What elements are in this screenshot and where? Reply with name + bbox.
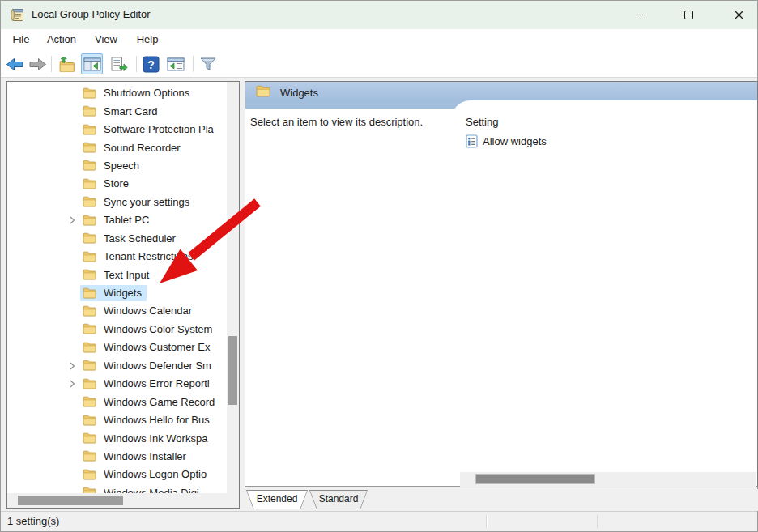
folder-icon (83, 396, 96, 407)
forward-arrow-icon (28, 57, 47, 71)
help-button[interactable]: ? (140, 53, 162, 74)
toolbar-separator (193, 56, 194, 72)
minimize-button[interactable] (623, 1, 660, 29)
svg-text:?: ? (147, 57, 155, 70)
setting-item-label: Allow widgets (483, 135, 547, 147)
policy-setting-icon (466, 134, 478, 148)
tree-item-label: Windows Error Reporti (104, 377, 210, 389)
list-horizontal-scrollbar-thumb[interactable] (475, 474, 595, 484)
tree-item[interactable]: Store (7, 175, 226, 193)
tree-item[interactable]: Sync your settings (7, 194, 226, 211)
tree-item-label: Sound Recorder (104, 142, 181, 154)
tree-item[interactable]: Tablet PC (7, 211, 226, 229)
menu-action[interactable]: Action (43, 29, 80, 50)
tree-item[interactable]: Smart Card (7, 102, 226, 120)
maximize-button[interactable] (670, 1, 707, 29)
folder-icon (83, 269, 96, 280)
tree-horizontal-scrollbar[interactable] (7, 493, 239, 508)
show-action-pane-button[interactable] (164, 53, 186, 74)
menu-help[interactable]: Help (132, 29, 163, 50)
toolbar: ? (1, 50, 757, 78)
tree-item[interactable]: Windows Game Record (7, 393, 226, 411)
expand-chevron-icon[interactable] (64, 360, 80, 372)
tree-item-label: Windows Customer Ex (104, 341, 210, 353)
tree-item[interactable]: Windows Defender Sm (7, 357, 226, 375)
tab-extended[interactable]: Extended (246, 490, 308, 509)
tree-item[interactable]: Windows Calendar (7, 302, 226, 320)
tree-item[interactable]: Windows Hello for Bus (7, 411, 226, 429)
view-tab-strip: Extended Standard (245, 489, 758, 511)
setting-column-header[interactable]: Setting (466, 116, 498, 128)
tree-item[interactable]: Task Scheduler (7, 230, 226, 248)
action-pane-icon (167, 57, 185, 71)
filter-button[interactable] (197, 53, 219, 74)
tree-vertical-scrollbar[interactable] (227, 82, 239, 493)
tree-item[interactable]: Speech (7, 157, 226, 175)
tree-vertical-scrollbar-thumb[interactable] (228, 336, 237, 405)
folder-icon (83, 105, 96, 117)
tree-item[interactable]: Text Input (7, 266, 226, 283)
tree-item-label: Windows Media Digi (104, 487, 199, 493)
tree-item[interactable]: Windows Ink Workspa (7, 429, 226, 447)
folder-icon (83, 232, 96, 244)
folder-icon (83, 287, 96, 299)
tree-item[interactable]: Windows Customer Ex (7, 338, 226, 356)
tree-item[interactable]: Windows Color System (7, 321, 226, 338)
status-text: 1 setting(s) (7, 515, 59, 527)
folder-up-icon (57, 57, 75, 72)
folder-icon (83, 342, 96, 353)
folder-icon (83, 251, 96, 262)
tree-item[interactable]: Windows Error Reporti (7, 375, 226, 393)
close-button[interactable] (718, 1, 758, 29)
tree-item-label: Windows Hello for Bus (104, 414, 210, 426)
console-tree-icon (83, 57, 101, 71)
console-tree-panel: Shutdown Options Smart Card Software Pro… (6, 81, 240, 509)
tree-item-label: Shutdown Options (104, 87, 190, 99)
folder-icon (256, 85, 270, 97)
minimize-icon (637, 15, 646, 15)
tree-item[interactable]: Sound Recorder (7, 138, 226, 156)
folder-icon (83, 160, 96, 171)
close-icon (734, 10, 744, 20)
filter-icon (199, 57, 217, 71)
tree-item-label: Windows Installer (104, 450, 186, 462)
window-title: Local Group Policy Editor (32, 8, 151, 20)
up-one-level-button[interactable] (55, 53, 77, 74)
tree-item[interactable]: Windows Installer (7, 448, 226, 466)
tree-item[interactable]: Windows Media Digi (7, 484, 226, 493)
menu-bar: File Action View Help (1, 29, 757, 50)
tree-item-label: Windows Color System (104, 323, 212, 335)
show-console-tree-button[interactable] (81, 53, 103, 74)
status-separator (486, 515, 487, 528)
menu-view[interactable]: View (90, 29, 122, 50)
tree-item-label: Tenant Restrictions (104, 250, 194, 262)
tree-horizontal-scrollbar-thumb[interactable] (18, 496, 123, 505)
expand-chevron-icon[interactable] (64, 378, 80, 389)
tree-item-label: Windows Game Record (104, 396, 215, 408)
expand-chevron-icon[interactable] (64, 215, 80, 226)
tree-item-label: Store (104, 177, 129, 189)
export-list-icon (110, 57, 128, 72)
header-band (245, 82, 757, 100)
folder-icon (83, 415, 96, 426)
tree-item[interactable]: Tenant Restrictions (7, 248, 226, 266)
folder-icon (83, 469, 96, 480)
list-horizontal-scrollbar[interactable] (460, 472, 756, 487)
toolbar-separator (51, 56, 52, 72)
tree-item[interactable]: Shutdown Options (7, 84, 226, 102)
tree-item[interactable]: Windows Logon Optio (7, 466, 226, 483)
tree-item-label: Tablet PC (104, 214, 149, 226)
tree-item[interactable]: Software Protection Pla (7, 121, 226, 138)
toolbar-separator (136, 56, 137, 72)
forward-button[interactable] (27, 53, 49, 74)
setting-item-allow-widgets[interactable]: Allow widgets (466, 134, 547, 148)
menu-file[interactable]: File (9, 29, 33, 50)
tree-item[interactable]: Widgets (7, 284, 226, 302)
tree-item-label: Text Input (104, 269, 149, 281)
back-button[interactable] (4, 53, 26, 74)
export-list-button[interactable] (108, 53, 130, 74)
folder-icon (83, 432, 96, 444)
results-panel: Setting Allow widgets Widgets Select an … (245, 81, 758, 487)
tab-standard[interactable]: Standard (309, 490, 368, 509)
folder-icon (83, 215, 96, 226)
